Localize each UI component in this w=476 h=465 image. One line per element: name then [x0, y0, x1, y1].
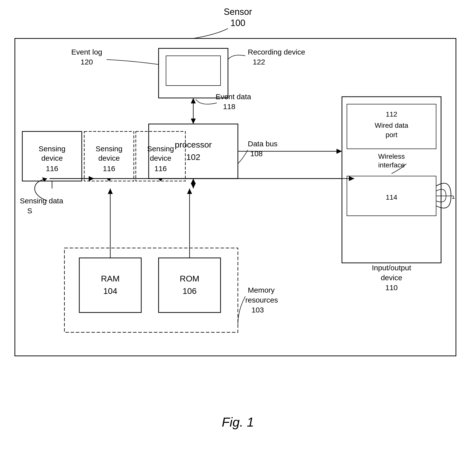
memory-resources-label: Memory: [248, 286, 275, 294]
event-data-number: 118: [223, 102, 235, 111]
sensing-device-3-number: 116: [154, 164, 167, 173]
svg-rect-25: [64, 248, 238, 332]
memory-resources-number: 103: [252, 306, 264, 314]
processor-label: processor: [175, 140, 212, 149]
svg-marker-19: [89, 176, 94, 181]
svg-marker-29: [108, 188, 113, 194]
svg-marker-13: [336, 149, 342, 154]
data-bus-label: Data bus: [248, 140, 278, 148]
wireless-number: 114: [386, 193, 397, 201]
sensing-device-1-number: 116: [46, 164, 58, 173]
svg-rect-27: [159, 258, 221, 312]
sensor-number: 100: [230, 18, 245, 28]
event-log-label: Event log: [71, 48, 102, 56]
wired-port-number: 112: [386, 110, 397, 118]
sensing-device-3-label: Sensing: [147, 145, 174, 153]
wired-port-label2: port: [386, 131, 397, 139]
event-log-number: 120: [81, 58, 93, 66]
fig-label: Fig. 1: [222, 415, 254, 429]
svg-marker-31: [187, 188, 192, 194]
sensing-device-2-number: 116: [103, 164, 115, 173]
svg-marker-39: [349, 176, 354, 181]
processor-number: 102: [186, 152, 200, 162]
sensor-label: Sensor: [224, 7, 252, 17]
svg-marker-22: [107, 179, 112, 181]
io-device-label: Input/output: [372, 264, 411, 272]
svg-marker-24: [158, 179, 163, 181]
ram-number: 104: [103, 286, 117, 296]
memory-resources-label2: resources: [245, 296, 278, 304]
io-device-label2: device: [381, 274, 402, 282]
sensing-device-2-label: Sensing: [96, 145, 122, 153]
svg-marker-11: [191, 179, 196, 184]
sensing-device-1-label2: device: [41, 154, 63, 162]
data-bus-number: 108: [250, 150, 263, 158]
sensing-device-2-label2: device: [98, 154, 120, 162]
sensing-data-s: S: [27, 207, 32, 215]
io-device-number: 110: [385, 283, 398, 292]
rom-label: ROM: [180, 274, 199, 283]
wireless-label2: interface: [378, 161, 405, 169]
ram-label: RAM: [101, 274, 120, 283]
recording-device-number: 122: [253, 58, 265, 66]
svg-rect-26: [79, 258, 141, 312]
svg-marker-4: [191, 119, 196, 124]
svg-rect-2: [166, 56, 221, 86]
wired-port-label: Wired data: [375, 122, 408, 129]
recording-device-label: Recording device: [248, 48, 305, 56]
diagram-container: Sensor 100 Recording device 122 Event lo…: [0, 0, 476, 465]
sensing-device-3-label2: device: [150, 154, 171, 162]
wireless-label: Wireless: [378, 153, 405, 160]
svg-marker-5: [191, 98, 196, 103]
event-data-label: Event data: [216, 93, 251, 101]
sensing-device-1-label: Sensing: [39, 145, 65, 153]
rom-number: 106: [183, 286, 197, 296]
